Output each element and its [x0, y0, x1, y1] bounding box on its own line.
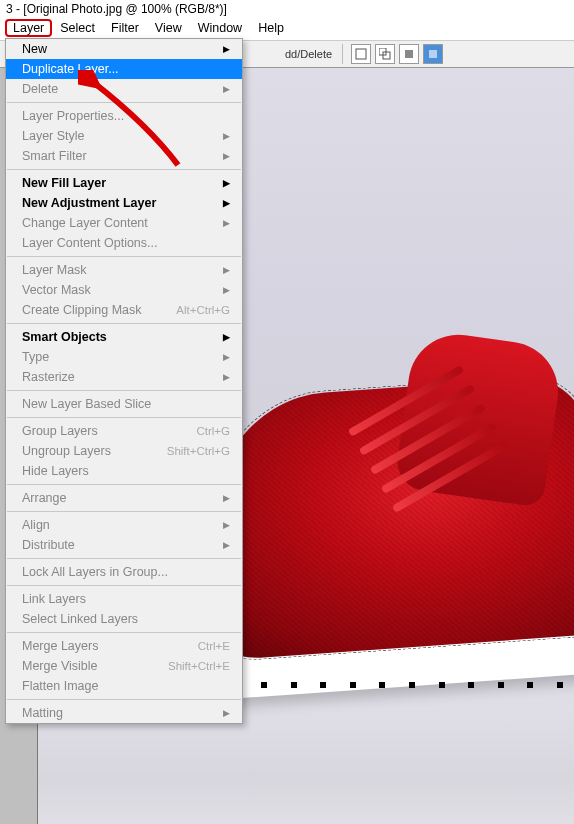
menu-item-delete: Delete▶	[6, 79, 242, 99]
submenu-arrow-icon: ▶	[223, 44, 230, 54]
svg-rect-6	[429, 50, 437, 58]
menu-window[interactable]: Window	[190, 19, 250, 37]
submenu-arrow-icon: ▶	[223, 265, 230, 275]
menu-divider	[7, 256, 241, 257]
menu-divider	[7, 169, 241, 170]
submenu-arrow-icon: ▶	[223, 352, 230, 362]
menu-item-shortcut: Shift+Ctrl+E	[168, 660, 230, 672]
menu-item-label: Layer Mask	[22, 263, 87, 277]
submenu-arrow-icon: ▶	[223, 540, 230, 550]
menu-item-layer-properties: Layer Properties...	[6, 106, 242, 126]
menu-item-label: New	[22, 42, 47, 56]
menu-item-label: Layer Content Options...	[22, 236, 158, 250]
menu-item-layer-content-options: Layer Content Options...	[6, 233, 242, 253]
menu-item-new-adjustment-layer[interactable]: New Adjustment Layer▶	[6, 193, 242, 213]
menu-item-label: Hide Layers	[22, 464, 89, 478]
submenu-arrow-icon: ▶	[223, 372, 230, 382]
menu-item-label: Distribute	[22, 538, 75, 552]
menu-item-create-clipping-mask: Create Clipping MaskAlt+Ctrl+G	[6, 300, 242, 320]
toolbar-label-fragment: dd/Delete	[285, 48, 332, 60]
menu-divider	[7, 699, 241, 700]
menu-item-label: Lock All Layers in Group...	[22, 565, 168, 579]
menu-item-label: Arrange	[22, 491, 66, 505]
menu-item-new[interactable]: New▶	[6, 39, 242, 59]
menu-item-link-layers: Link Layers	[6, 589, 242, 609]
menu-divider	[7, 632, 241, 633]
menu-item-label: Merge Visible	[22, 659, 98, 673]
toolbar-icon-1[interactable]	[351, 44, 371, 64]
layer-menu-dropdown: New▶Duplicate Layer...Delete▶Layer Prope…	[5, 38, 243, 724]
menu-item-merge-layers: Merge LayersCtrl+E	[6, 636, 242, 656]
menu-item-align: Align▶	[6, 515, 242, 535]
menu-item-matting: Matting▶	[6, 703, 242, 723]
menu-item-label: Flatten Image	[22, 679, 98, 693]
menu-item-distribute: Distribute▶	[6, 535, 242, 555]
menu-item-rasterize: Rasterize▶	[6, 367, 242, 387]
menu-item-shortcut: Ctrl+G	[196, 425, 230, 437]
menu-divider	[7, 511, 241, 512]
window-title: 3 - [Original Photo.jpg @ 100% (RGB/8*)]	[0, 0, 574, 17]
menu-item-label: Type	[22, 350, 49, 364]
menu-item-type: Type▶	[6, 347, 242, 367]
menu-item-label: Select Linked Layers	[22, 612, 138, 626]
submenu-arrow-icon: ▶	[223, 493, 230, 503]
menu-item-label: Smart Filter	[22, 149, 87, 163]
menu-item-layer-mask: Layer Mask▶	[6, 260, 242, 280]
menu-help[interactable]: Help	[250, 19, 292, 37]
menu-item-arrange: Arrange▶	[6, 488, 242, 508]
menu-item-shortcut: Ctrl+E	[198, 640, 230, 652]
submenu-arrow-icon: ▶	[223, 332, 230, 342]
menu-item-label: Create Clipping Mask	[22, 303, 142, 317]
menu-layer[interactable]: Layer	[5, 19, 52, 37]
menubar: Layer Select Filter View Window Help	[0, 17, 574, 40]
submenu-arrow-icon: ▶	[223, 178, 230, 188]
menu-item-smart-filter: Smart Filter▶	[6, 146, 242, 166]
menu-filter[interactable]: Filter	[103, 19, 147, 37]
svg-rect-5	[405, 50, 413, 58]
svg-rect-2	[356, 49, 366, 59]
menu-item-new-layer-based-slice: New Layer Based Slice	[6, 394, 242, 414]
menu-item-duplicate-layer[interactable]: Duplicate Layer...	[6, 59, 242, 79]
menu-item-label: Group Layers	[22, 424, 98, 438]
menu-item-merge-visible: Merge VisibleShift+Ctrl+E	[6, 656, 242, 676]
submenu-arrow-icon: ▶	[223, 285, 230, 295]
menu-item-select-linked-layers: Select Linked Layers	[6, 609, 242, 629]
submenu-arrow-icon: ▶	[223, 218, 230, 228]
menu-item-group-layers: Group LayersCtrl+G	[6, 421, 242, 441]
menu-item-label: Layer Style	[22, 129, 85, 143]
menu-item-label: Duplicate Layer...	[22, 62, 119, 76]
menu-item-ungroup-layers: Ungroup LayersShift+Ctrl+G	[6, 441, 242, 461]
menu-item-label: Layer Properties...	[22, 109, 124, 123]
menu-item-hide-layers: Hide Layers	[6, 461, 242, 481]
menu-item-label: Vector Mask	[22, 283, 91, 297]
menu-view[interactable]: View	[147, 19, 190, 37]
menu-divider	[7, 323, 241, 324]
submenu-arrow-icon: ▶	[223, 708, 230, 718]
menu-divider	[7, 585, 241, 586]
menu-item-label: Link Layers	[22, 592, 86, 606]
submenu-arrow-icon: ▶	[223, 520, 230, 530]
toolbar-icon-3[interactable]	[399, 44, 419, 64]
menu-item-vector-mask: Vector Mask▶	[6, 280, 242, 300]
toolbar-icon-2[interactable]	[375, 44, 395, 64]
toolbar-icon-4[interactable]	[423, 44, 443, 64]
menu-item-layer-style: Layer Style▶	[6, 126, 242, 146]
submenu-arrow-icon: ▶	[223, 198, 230, 208]
menu-divider	[7, 484, 241, 485]
menu-item-label: Ungroup Layers	[22, 444, 111, 458]
menu-item-shortcut: Alt+Ctrl+G	[176, 304, 230, 316]
menu-divider	[7, 558, 241, 559]
menu-item-smart-objects[interactable]: Smart Objects▶	[6, 327, 242, 347]
menu-divider	[7, 417, 241, 418]
menu-item-lock-all-layers-in-group: Lock All Layers in Group...	[6, 562, 242, 582]
menu-item-new-fill-layer[interactable]: New Fill Layer▶	[6, 173, 242, 193]
menu-item-label: Delete	[22, 82, 58, 96]
menu-item-label: Merge Layers	[22, 639, 98, 653]
menu-item-label: Align	[22, 518, 50, 532]
submenu-arrow-icon: ▶	[223, 151, 230, 161]
menu-select[interactable]: Select	[52, 19, 103, 37]
menu-item-label: Matting	[22, 706, 63, 720]
menu-item-label: Rasterize	[22, 370, 75, 384]
menu-item-change-layer-content: Change Layer Content▶	[6, 213, 242, 233]
menu-divider	[7, 102, 241, 103]
